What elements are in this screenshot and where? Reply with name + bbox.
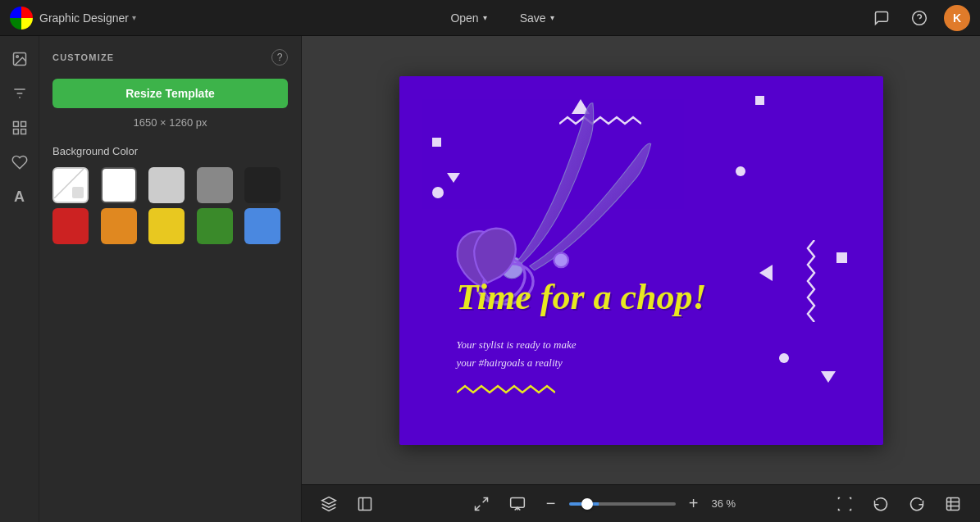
toolbar-center: − + 36 % [467,490,743,518]
panel-help-button[interactable]: ? [271,49,288,66]
svg-rect-7 [21,122,25,127]
svg-point-14 [554,252,568,267]
svg-line-18 [482,497,487,502]
grid-panel-button[interactable] [5,113,34,143]
zoom-slider[interactable] [569,502,676,506]
shape-square-3 [836,252,847,263]
canvas-subtext: Your stylist is ready to make your #hair… [457,336,577,372]
text-panel-button[interactable]: A [5,182,34,211]
app-name-label: Graphic Designer [39,11,129,25]
svg-rect-20 [510,497,524,507]
filters-panel-button[interactable] [5,79,34,108]
canvas-headline: Time for a chop! [457,278,867,317]
undo-button[interactable] [867,490,895,518]
images-panel-button[interactable] [5,44,34,74]
svg-rect-6 [13,122,18,127]
svg-marker-15 [322,497,336,503]
toolbar-left [315,490,379,518]
dimensions-display: 1650 × 1260 px [52,116,288,129]
shape-square-1 [755,96,764,105]
nav-right: K [868,5,970,31]
swatch-green[interactable] [197,208,233,244]
swatch-light-gray[interactable] [148,167,185,203]
shape-triangle-left [759,265,773,281]
fit-screen-button[interactable] [467,490,495,518]
main-layout: A CUSTOMIZE ? Resize Template 1650 × 126… [0,36,980,522]
scissors-illustration [424,84,695,429]
comments-icon[interactable] [868,5,895,31]
swatch-yellow[interactable] [148,208,185,244]
chevron-down-icon: ▾ [483,13,487,22]
icon-bar: A [0,36,39,522]
zoom-percentage: 36 % [712,497,743,510]
resize-template-button[interactable]: Resize Template [52,79,288,108]
chevron-down-icon: ▾ [550,13,554,22]
app-name-menu[interactable]: Graphic Designer ▾ [39,11,136,25]
present-button[interactable] [504,490,531,518]
swatch-black[interactable] [244,167,280,203]
customize-panel: CUSTOMIZE ? Resize Template 1650 × 1260 … [39,36,302,522]
canvas-viewport[interactable]: Time for a chop! Your stylist is ready t… [302,36,980,484]
chevron-down-icon: ▾ [132,13,136,22]
svg-point-0 [913,11,927,25]
toolbar-right [831,490,967,518]
nav-center: Open ▾ Save ▾ [143,7,862,30]
help-icon[interactable] [906,5,932,31]
logo-icon[interactable] [10,7,33,30]
resize-view-button[interactable] [831,490,859,518]
bottom-toolbar: − + 36 % [302,484,980,522]
svg-line-10 [54,169,84,198]
svg-rect-9 [21,129,25,134]
swatch-orange[interactable] [101,208,137,244]
shape-circle-3 [779,353,789,363]
redo-button[interactable] [903,490,931,518]
bg-color-label: Background Color [52,145,288,157]
save-button[interactable]: Save ▾ [508,7,566,30]
svg-rect-22 [947,497,959,510]
panel-header: CUSTOMIZE ? [52,49,288,66]
swatch-blue[interactable] [244,208,280,244]
swatch-transparent[interactable] [52,167,89,203]
color-swatches [52,167,288,244]
top-nav: Graphic Designer ▾ Open ▾ Save ▾ K [0,0,980,36]
favorites-panel-button[interactable] [5,148,34,177]
zoom-out-button[interactable]: − [540,490,563,518]
zigzag-right [806,240,818,322]
svg-line-19 [475,505,480,510]
swatch-red[interactable] [52,208,89,244]
layers-button[interactable] [315,490,343,518]
pages-button[interactable] [351,490,379,518]
panel-title: CUSTOMIZE [52,52,114,62]
swatch-white[interactable] [101,167,137,203]
shape-circle-2 [736,166,745,176]
zigzag-bottom [457,384,555,396]
svg-rect-8 [13,129,18,134]
swatch-gray[interactable] [197,167,233,203]
svg-rect-16 [359,497,371,510]
open-button[interactable]: Open ▾ [439,7,498,30]
more-options-button[interactable] [939,490,967,518]
canvas-area: Time for a chop! Your stylist is ready t… [302,36,980,522]
zoom-controls: − + 36 % [540,490,743,518]
zoom-in-button[interactable]: + [682,490,705,518]
user-avatar[interactable]: K [944,5,970,31]
svg-point-2 [16,56,17,58]
shape-triangle-3 [821,371,836,383]
canvas-card[interactable]: Time for a chop! Your stylist is ready t… [399,76,883,445]
